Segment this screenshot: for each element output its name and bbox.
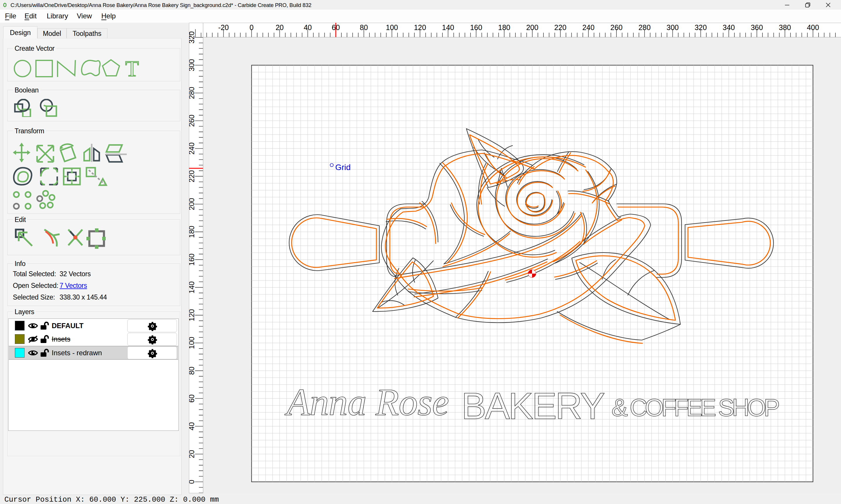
svg-text:180: 180 xyxy=(498,23,511,32)
svg-text:400: 400 xyxy=(807,23,819,32)
svg-text:160: 160 xyxy=(470,23,482,32)
svg-text:80: 80 xyxy=(360,23,368,32)
svg-text:40: 40 xyxy=(189,422,196,431)
svg-text:240: 240 xyxy=(582,23,595,32)
svg-text:40: 40 xyxy=(304,23,312,32)
svg-text:320: 320 xyxy=(695,23,707,32)
svg-text:60: 60 xyxy=(189,394,196,402)
svg-text:360: 360 xyxy=(751,23,763,32)
svg-text:280: 280 xyxy=(189,87,196,99)
svg-text:200: 200 xyxy=(189,198,196,210)
svg-text:340: 340 xyxy=(723,23,735,32)
svg-text:-20: -20 xyxy=(218,23,229,32)
svg-text:160: 160 xyxy=(189,253,196,266)
svg-text:220: 220 xyxy=(189,170,196,183)
svg-text:280: 280 xyxy=(638,23,651,32)
svg-text:120: 120 xyxy=(414,23,426,32)
svg-text:140: 140 xyxy=(442,23,454,32)
svg-text:140: 140 xyxy=(189,282,196,294)
svg-text:T: T xyxy=(125,58,139,78)
svg-text:200: 200 xyxy=(526,23,538,32)
svg-text:BAKERY: BAKERY xyxy=(461,385,605,427)
svg-text:260: 260 xyxy=(610,23,622,32)
svg-text:Grid: Grid xyxy=(335,163,351,172)
svg-text:20: 20 xyxy=(276,23,284,32)
svg-text:Anna Rose: Anna Rose xyxy=(285,381,449,423)
svg-text:240: 240 xyxy=(189,142,196,155)
svg-text:80: 80 xyxy=(189,367,196,375)
svg-text:300: 300 xyxy=(189,59,196,71)
svg-text:100: 100 xyxy=(386,23,398,32)
svg-text:100: 100 xyxy=(189,337,196,349)
svg-text:260: 260 xyxy=(189,115,196,127)
svg-text:20: 20 xyxy=(189,450,196,458)
svg-text:320: 320 xyxy=(189,31,196,43)
svg-text:& COFFEE SHOP: & COFFEE SHOP xyxy=(612,394,780,421)
svg-text:0: 0 xyxy=(250,23,254,32)
svg-text:180: 180 xyxy=(189,226,196,238)
svg-text:380: 380 xyxy=(779,23,791,32)
svg-text:120: 120 xyxy=(189,309,196,321)
svg-text:300: 300 xyxy=(667,23,679,32)
svg-text:220: 220 xyxy=(554,23,567,32)
svg-text:0: 0 xyxy=(189,480,196,484)
